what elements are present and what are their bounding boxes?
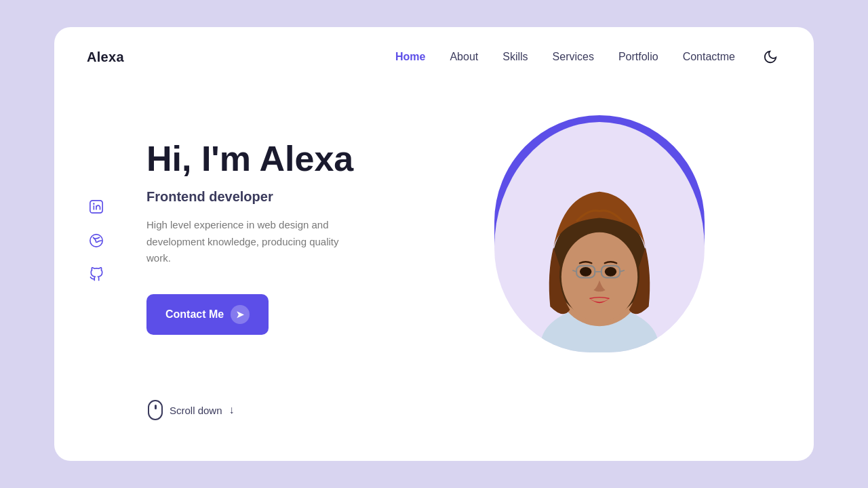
nav-item-about[interactable]: About (450, 51, 478, 63)
svg-point-14 (580, 267, 591, 277)
hero-subtitle: Frontend developer (146, 189, 418, 205)
contact-me-button[interactable]: Contact Me ➤ (146, 294, 269, 335)
mouse-dot (155, 405, 157, 409)
dribbble-icon[interactable] (87, 231, 106, 250)
hero-text: Hi, I'm Alexa Frontend developer High le… (146, 140, 418, 335)
main-content: Hi, I'm Alexa Frontend developer High le… (54, 81, 814, 386)
nav-item-skills[interactable]: Skills (502, 51, 528, 63)
svg-point-15 (605, 267, 616, 277)
hero-title: Hi, I'm Alexa (146, 140, 418, 178)
contact-btn-arrow-icon: ➤ (231, 305, 250, 324)
nav-item-services[interactable]: Services (553, 51, 594, 63)
nav-item-home[interactable]: Home (395, 51, 425, 63)
scroll-label: Scroll down (170, 405, 222, 416)
contact-btn-label: Contact Me (165, 308, 224, 321)
scroll-down[interactable]: Scroll down ↓ (148, 400, 814, 420)
main-nav: Home About Skills Services Portfolio Con… (395, 46, 781, 68)
theme-toggle-button[interactable] (760, 46, 781, 68)
hero-image-area (418, 108, 781, 366)
scroll-arrow-icon: ↓ (229, 404, 235, 416)
nav-item-contactme[interactable]: Contactme (683, 51, 735, 63)
mouse-icon (148, 400, 163, 420)
github-icon[interactable] (87, 265, 106, 284)
avatar-illustration (508, 142, 691, 352)
nav-item-portfolio[interactable]: Portfolio (618, 51, 658, 63)
social-sidebar (87, 190, 106, 284)
hero-description: High level experience in web design and … (146, 217, 363, 267)
portfolio-card: Alexa Home About Skills Services Portfol… (54, 27, 814, 461)
svg-point-8 (561, 232, 637, 322)
linkedin-icon[interactable] (87, 197, 106, 216)
brand-logo: Alexa (87, 49, 124, 65)
header: Alexa Home About Skills Services Portfol… (54, 27, 814, 81)
